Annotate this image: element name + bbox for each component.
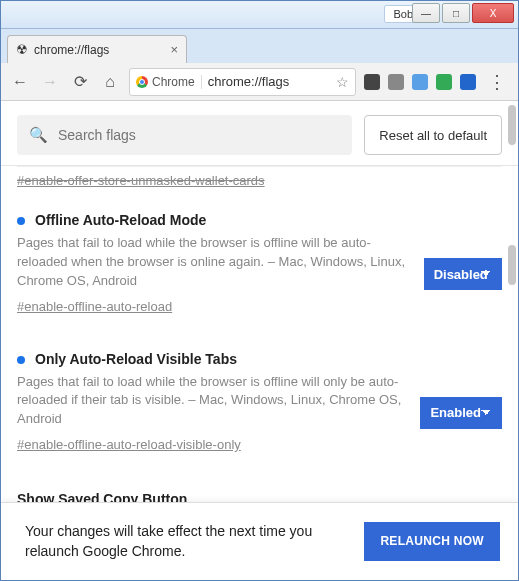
flag-anchor-link[interactable]: #enable-offer-store-unmasked-wallet-card…	[17, 166, 502, 190]
back-button[interactable]: ←	[9, 71, 31, 93]
relaunch-now-button[interactable]: RELAUNCH NOW	[364, 522, 500, 561]
close-window-button[interactable]: X	[472, 3, 514, 23]
close-tab-icon[interactable]: ×	[170, 42, 178, 57]
flag-title: Show Saved Copy Button	[17, 467, 502, 503]
page-content: 🔍 Reset all to default #enable-offer-sto…	[1, 101, 518, 580]
relaunch-message: Your changes will take effect the next t…	[19, 522, 348, 561]
flag-item: Only Auto-Reload Visible Tabs Pages that…	[17, 329, 502, 468]
toolbar: ← → ⟳ ⌂ Chrome chrome://flags ☆ ⋮	[1, 63, 518, 101]
menu-button[interactable]: ⋮	[484, 71, 510, 93]
search-input[interactable]	[58, 127, 340, 143]
titlebar: Bob — □ X	[1, 1, 518, 29]
extension-icon[interactable]	[388, 74, 404, 90]
search-icon: 🔍	[29, 126, 48, 144]
origin-chip-label: Chrome	[152, 75, 195, 89]
forward-button: →	[39, 71, 61, 93]
scroll-thumb[interactable]	[508, 245, 516, 285]
flag-item: Offline Auto-Reload Mode Pages that fail…	[17, 190, 502, 329]
reset-all-button[interactable]: Reset all to default	[364, 115, 502, 155]
tab-title: chrome://flags	[34, 43, 164, 57]
flags-header: 🔍 Reset all to default	[1, 101, 518, 166]
flag-anchor-link[interactable]: #enable-offline-auto-reload	[17, 299, 172, 314]
flags-list: #enable-offer-store-unmasked-wallet-card…	[1, 166, 518, 503]
minimize-button[interactable]: —	[412, 3, 440, 23]
flag-state-select[interactable]: Disabled	[424, 258, 502, 290]
extension-icon[interactable]	[364, 74, 380, 90]
bookmark-star-icon[interactable]: ☆	[336, 74, 349, 90]
search-box[interactable]: 🔍	[17, 115, 352, 155]
extension-icon[interactable]	[436, 74, 452, 90]
flag-anchor-link[interactable]: #enable-offline-auto-reload-visible-only	[17, 437, 241, 452]
modified-dot-icon	[17, 217, 25, 225]
url-text: chrome://flags	[208, 74, 330, 89]
flag-description: Pages that fail to load while the browse…	[17, 373, 402, 430]
extension-icons	[364, 74, 476, 90]
extension-icon[interactable]	[412, 74, 428, 90]
radiation-icon: ☢	[16, 42, 28, 57]
flag-state-select[interactable]: Enabled	[420, 397, 502, 429]
relaunch-bar: Your changes will take effect the next t…	[1, 502, 518, 580]
maximize-button[interactable]: □	[442, 3, 470, 23]
reload-button[interactable]: ⟳	[69, 71, 91, 93]
flag-title: Only Auto-Reload Visible Tabs	[35, 351, 237, 367]
flag-description: Pages that fail to load while the browse…	[17, 234, 406, 291]
omnibox[interactable]: Chrome chrome://flags ☆	[129, 68, 356, 96]
chrome-icon	[136, 76, 148, 88]
flag-title: Offline Auto-Reload Mode	[35, 212, 206, 228]
scroll-thumb[interactable]	[508, 105, 516, 145]
modified-dot-icon	[17, 356, 25, 364]
tabstrip: ☢ chrome://flags ×	[1, 29, 518, 63]
app-window: Bob — □ X ☢ chrome://flags × ← → ⟳ ⌂ Chr…	[0, 0, 519, 581]
window-buttons: — □ X	[412, 3, 514, 23]
browser-tab[interactable]: ☢ chrome://flags ×	[7, 35, 187, 63]
extension-icon[interactable]	[460, 74, 476, 90]
origin-chip: Chrome	[136, 75, 202, 89]
home-button[interactable]: ⌂	[99, 71, 121, 93]
scrollbar[interactable]	[504, 101, 516, 580]
